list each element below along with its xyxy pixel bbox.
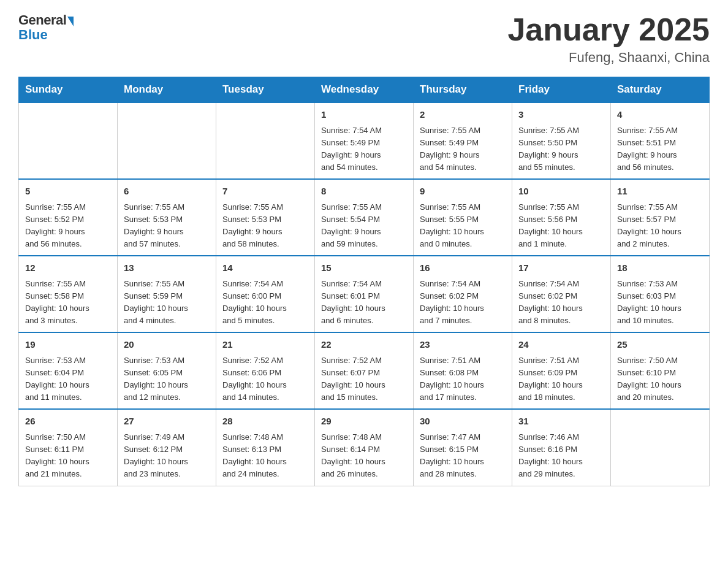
- day-cell: 27Sunrise: 7:49 AM Sunset: 6:12 PM Dayli…: [118, 409, 216, 486]
- day-cell: [118, 102, 216, 179]
- header-cell-monday: Monday: [118, 77, 216, 103]
- day-info: Sunrise: 7:53 AM Sunset: 6:04 PM Dayligh…: [25, 354, 111, 404]
- week-row-4: 26Sunrise: 7:50 AM Sunset: 6:11 PM Dayli…: [19, 409, 710, 486]
- day-cell: 18Sunrise: 7:53 AM Sunset: 6:03 PM Dayli…: [611, 256, 710, 332]
- day-cell: 9Sunrise: 7:55 AM Sunset: 5:55 PM Daylig…: [414, 179, 512, 256]
- day-number: 20: [124, 338, 210, 352]
- day-info: Sunrise: 7:55 AM Sunset: 5:56 PM Dayligh…: [518, 201, 604, 251]
- day-info: Sunrise: 7:55 AM Sunset: 5:59 PM Dayligh…: [124, 278, 210, 327]
- day-cell: 13Sunrise: 7:55 AM Sunset: 5:59 PM Dayli…: [118, 256, 216, 332]
- day-info: Sunrise: 7:51 AM Sunset: 6:09 PM Dayligh…: [518, 354, 604, 404]
- day-number: 23: [420, 338, 506, 352]
- day-cell: 6Sunrise: 7:55 AM Sunset: 5:53 PM Daylig…: [118, 179, 216, 256]
- day-cell: 31Sunrise: 7:46 AM Sunset: 6:16 PM Dayli…: [512, 409, 611, 486]
- day-info: Sunrise: 7:55 AM Sunset: 5:55 PM Dayligh…: [420, 201, 506, 251]
- day-number: 7: [222, 185, 308, 199]
- header-cell-saturday: Saturday: [611, 77, 710, 103]
- logo-blue-text: Blue: [18, 27, 48, 43]
- day-cell: 4Sunrise: 7:55 AM Sunset: 5:51 PM Daylig…: [611, 102, 710, 179]
- day-cell: 12Sunrise: 7:55 AM Sunset: 5:58 PM Dayli…: [19, 256, 118, 332]
- day-cell: 24Sunrise: 7:51 AM Sunset: 6:09 PM Dayli…: [512, 332, 611, 409]
- day-info: Sunrise: 7:53 AM Sunset: 6:03 PM Dayligh…: [617, 278, 703, 327]
- day-number: 31: [518, 415, 604, 429]
- week-row-1: 5Sunrise: 7:55 AM Sunset: 5:52 PM Daylig…: [19, 179, 710, 256]
- calendar-body: 1Sunrise: 7:54 AM Sunset: 5:49 PM Daylig…: [19, 102, 710, 486]
- day-info: Sunrise: 7:55 AM Sunset: 5:52 PM Dayligh…: [25, 201, 111, 251]
- day-info: Sunrise: 7:50 AM Sunset: 6:10 PM Dayligh…: [617, 354, 703, 404]
- week-row-0: 1Sunrise: 7:54 AM Sunset: 5:49 PM Daylig…: [19, 102, 710, 179]
- day-cell: [611, 409, 710, 486]
- day-cell: 28Sunrise: 7:48 AM Sunset: 6:13 PM Dayli…: [216, 409, 315, 486]
- day-cell: 11Sunrise: 7:55 AM Sunset: 5:57 PM Dayli…: [611, 179, 710, 256]
- day-number: 16: [420, 261, 506, 275]
- day-number: 1: [321, 108, 407, 122]
- day-cell: 1Sunrise: 7:54 AM Sunset: 5:49 PM Daylig…: [315, 102, 414, 179]
- day-info: Sunrise: 7:48 AM Sunset: 6:14 PM Dayligh…: [321, 431, 407, 481]
- day-number: 15: [321, 261, 407, 275]
- day-info: Sunrise: 7:55 AM Sunset: 5:49 PM Dayligh…: [420, 124, 506, 174]
- day-info: Sunrise: 7:49 AM Sunset: 6:12 PM Dayligh…: [124, 431, 210, 481]
- day-number: 6: [124, 185, 210, 199]
- header-cell-thursday: Thursday: [414, 77, 512, 103]
- header-cell-sunday: Sunday: [19, 77, 118, 103]
- day-number: 9: [420, 185, 506, 199]
- day-number: 4: [617, 108, 703, 122]
- day-cell: 14Sunrise: 7:54 AM Sunset: 6:00 PM Dayli…: [216, 256, 315, 332]
- day-info: Sunrise: 7:53 AM Sunset: 6:05 PM Dayligh…: [124, 354, 210, 404]
- day-info: Sunrise: 7:54 AM Sunset: 6:01 PM Dayligh…: [321, 278, 407, 327]
- day-info: Sunrise: 7:52 AM Sunset: 6:07 PM Dayligh…: [321, 354, 407, 404]
- day-number: 26: [25, 415, 111, 429]
- day-cell: [19, 102, 118, 179]
- day-number: 8: [321, 185, 407, 199]
- day-number: 19: [25, 338, 111, 352]
- day-number: 10: [518, 185, 604, 199]
- day-number: 12: [25, 261, 111, 275]
- day-number: 14: [222, 261, 308, 275]
- day-info: Sunrise: 7:55 AM Sunset: 5:57 PM Dayligh…: [617, 201, 703, 251]
- day-number: 28: [222, 415, 308, 429]
- day-cell: 8Sunrise: 7:55 AM Sunset: 5:54 PM Daylig…: [315, 179, 414, 256]
- day-info: Sunrise: 7:54 AM Sunset: 6:02 PM Dayligh…: [420, 278, 506, 327]
- title-block: January 2025 Fufeng, Shaanxi, China: [507, 12, 710, 66]
- day-number: 5: [25, 185, 111, 199]
- day-cell: 20Sunrise: 7:53 AM Sunset: 6:05 PM Dayli…: [118, 332, 216, 409]
- day-number: 30: [420, 415, 506, 429]
- day-cell: 15Sunrise: 7:54 AM Sunset: 6:01 PM Dayli…: [315, 256, 414, 332]
- week-row-3: 19Sunrise: 7:53 AM Sunset: 6:04 PM Dayli…: [19, 332, 710, 409]
- day-info: Sunrise: 7:55 AM Sunset: 5:51 PM Dayligh…: [617, 124, 703, 174]
- day-cell: 3Sunrise: 7:55 AM Sunset: 5:50 PM Daylig…: [512, 102, 611, 179]
- day-info: Sunrise: 7:55 AM Sunset: 5:58 PM Dayligh…: [25, 278, 111, 327]
- logo-triangle-icon: [67, 17, 74, 26]
- day-number: 24: [518, 338, 604, 352]
- day-number: 13: [124, 261, 210, 275]
- logo-general-text: General: [18, 12, 66, 28]
- calendar-header: SundayMondayTuesdayWednesdayThursdayFrid…: [19, 77, 710, 103]
- day-info: Sunrise: 7:52 AM Sunset: 6:06 PM Dayligh…: [222, 354, 308, 404]
- day-info: Sunrise: 7:54 AM Sunset: 6:02 PM Dayligh…: [518, 278, 604, 327]
- day-cell: 29Sunrise: 7:48 AM Sunset: 6:14 PM Dayli…: [315, 409, 414, 486]
- day-cell: 26Sunrise: 7:50 AM Sunset: 6:11 PM Dayli…: [19, 409, 118, 486]
- day-number: 17: [518, 261, 604, 275]
- day-info: Sunrise: 7:48 AM Sunset: 6:13 PM Dayligh…: [222, 431, 308, 481]
- month-title: January 2025: [507, 12, 710, 47]
- header-cell-tuesday: Tuesday: [216, 77, 315, 103]
- day-cell: 23Sunrise: 7:51 AM Sunset: 6:08 PM Dayli…: [414, 332, 512, 409]
- day-number: 25: [617, 338, 703, 352]
- day-cell: 22Sunrise: 7:52 AM Sunset: 6:07 PM Dayli…: [315, 332, 414, 409]
- day-info: Sunrise: 7:55 AM Sunset: 5:50 PM Dayligh…: [518, 124, 604, 174]
- header-cell-friday: Friday: [512, 77, 611, 103]
- day-cell: 10Sunrise: 7:55 AM Sunset: 5:56 PM Dayli…: [512, 179, 611, 256]
- day-cell: 21Sunrise: 7:52 AM Sunset: 6:06 PM Dayli…: [216, 332, 315, 409]
- day-cell: [216, 102, 315, 179]
- day-cell: 30Sunrise: 7:47 AM Sunset: 6:15 PM Dayli…: [414, 409, 512, 486]
- day-info: Sunrise: 7:46 AM Sunset: 6:16 PM Dayligh…: [518, 431, 604, 481]
- day-info: Sunrise: 7:55 AM Sunset: 5:53 PM Dayligh…: [222, 201, 308, 251]
- day-number: 2: [420, 108, 506, 122]
- header-row: SundayMondayTuesdayWednesdayThursdayFrid…: [19, 77, 710, 103]
- day-info: Sunrise: 7:55 AM Sunset: 5:54 PM Dayligh…: [321, 201, 407, 251]
- calendar-table: SundayMondayTuesdayWednesdayThursdayFrid…: [18, 77, 710, 486]
- day-number: 21: [222, 338, 308, 352]
- day-cell: 25Sunrise: 7:50 AM Sunset: 6:10 PM Dayli…: [611, 332, 710, 409]
- header-cell-wednesday: Wednesday: [315, 77, 414, 103]
- day-info: Sunrise: 7:51 AM Sunset: 6:08 PM Dayligh…: [420, 354, 506, 404]
